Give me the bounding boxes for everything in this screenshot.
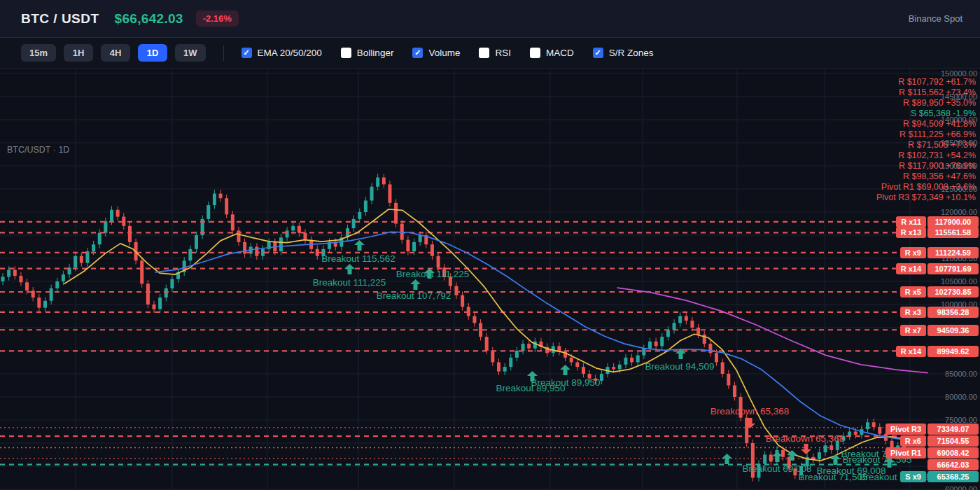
toolbar-divider [223, 46, 224, 61]
indicator-label: RSI [495, 48, 511, 58]
timeframe-button-1W[interactable]: 1W [175, 44, 206, 62]
checkbox-unchecked-icon[interactable] [479, 48, 489, 58]
chart-toolbar: 15m1H4H1D1W ✓EMA 20/50/200Bollinger✓Volu… [0, 38, 980, 69]
checkbox-unchecked-icon[interactable] [341, 48, 351, 58]
timeframe-group: 15m1H4H1D1W [21, 44, 206, 62]
timeframe-button-15m[interactable]: 15m [21, 44, 56, 62]
indicator-label: Bollinger [357, 48, 394, 58]
indicator-label: MACD [546, 48, 574, 58]
change-badge: -2.16% [196, 10, 239, 27]
indicator-label: S/R Zones [609, 48, 654, 58]
indicator-toggle-ema-20-50-200[interactable]: ✓EMA 20/50/200 [241, 48, 322, 58]
timeframe-button-1H[interactable]: 1H [64, 44, 93, 62]
checkbox-unchecked-icon[interactable] [530, 48, 540, 58]
indicator-toggle-bollinger[interactable]: Bollinger [341, 48, 394, 58]
indicator-toggle-s-r-zones[interactable]: ✓S/R Zones [593, 48, 654, 58]
indicator-label: EMA 20/50/200 [258, 48, 322, 58]
indicator-toggle-volume[interactable]: ✓Volume [412, 48, 460, 58]
timeframe-button-4H[interactable]: 4H [101, 44, 130, 62]
checkbox-checked-icon[interactable]: ✓ [412, 48, 423, 58]
exchange-label: Binance Spot [909, 13, 962, 24]
ema-line-ema-20 [64, 209, 906, 461]
indicator-label: Volume [428, 48, 460, 58]
checkbox-checked-icon[interactable]: ✓ [241, 48, 252, 58]
chart-watermark: BTC/USDT · 1D [7, 145, 69, 155]
app-header: BTC / USDT $66,642.03 -2.16% Binance Spo… [0, 0, 980, 38]
indicator-group: ✓EMA 20/50/200Bollinger✓VolumeRSIMACD✓S/… [241, 48, 654, 58]
chart-area[interactable]: 150000.00145000.00140000.00135000.001300… [0, 69, 980, 490]
price-value: $66,642.03 [115, 11, 183, 27]
checkbox-checked-icon[interactable]: ✓ [593, 48, 603, 58]
symbol-title: BTC / USDT [21, 11, 99, 27]
grid-layer [0, 67, 980, 490]
ema-line-ema-50 [155, 232, 913, 440]
timeframe-button-1D[interactable]: 1D [138, 44, 167, 62]
indicator-toggle-macd[interactable]: MACD [530, 48, 574, 58]
candlestick-chart[interactable] [0, 0, 980, 490]
ema-line-ema-200 [617, 288, 927, 373]
indicator-toggle-rsi[interactable]: RSI [479, 48, 511, 58]
